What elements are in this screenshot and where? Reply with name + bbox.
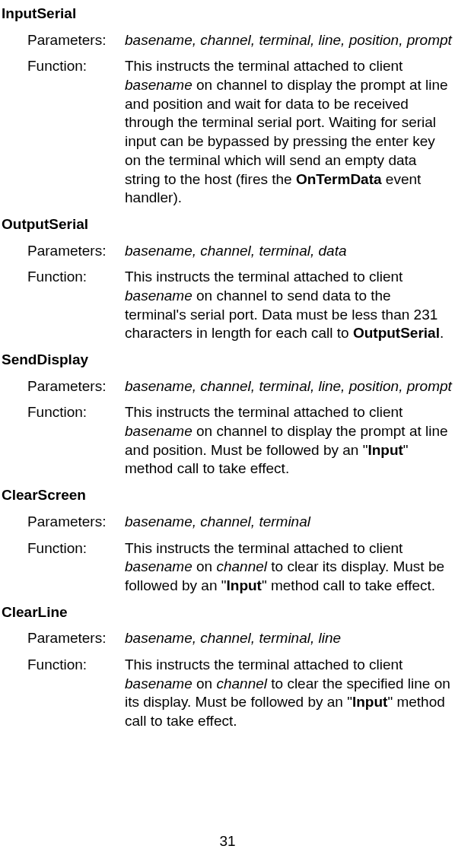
- parameters-row: Parameters: basename, channel, terminal,…: [27, 629, 455, 648]
- function-row: Function: This instructs the terminal at…: [27, 656, 455, 731]
- function-value: This instructs the terminal attached to …: [125, 403, 455, 479]
- function-label: Function:: [27, 403, 125, 422]
- italic-text: channel: [216, 558, 267, 574]
- parameters-label: Parameters:: [27, 242, 125, 261]
- method-body: Parameters: basename, channel, terminal …: [27, 513, 455, 596]
- parameters-value: basename, channel, terminal, data: [125, 242, 455, 261]
- method-title: SendDisplay: [2, 351, 455, 370]
- function-row: Function: This instructs the terminal at…: [27, 403, 455, 479]
- parameters-label: Parameters:: [27, 513, 125, 532]
- italic-text: basename: [125, 558, 192, 574]
- parameters-label: Parameters:: [27, 629, 125, 648]
- function-row: Function: This instructs the terminal at…: [27, 539, 455, 596]
- parameters-value: basename, channel, terminal, line, posit…: [125, 377, 455, 396]
- bold-text: Input: [227, 577, 262, 593]
- function-row: Function: This instructs the terminal at…: [27, 268, 455, 343]
- method-clearscreen: ClearScreen Parameters: basename, channe…: [0, 486, 455, 595]
- parameters-row: Parameters: basename, channel, terminal,…: [27, 377, 455, 396]
- function-value: This instructs the terminal attached to …: [125, 539, 455, 596]
- function-value: This instructs the terminal attached to …: [125, 268, 455, 343]
- method-title: ClearScreen: [2, 486, 455, 505]
- method-body: Parameters: basename, channel, terminal,…: [27, 629, 455, 730]
- document-content: InputSerial Parameters: basename, channe…: [0, 0, 455, 731]
- function-row: Function: This instructs the terminal at…: [27, 57, 455, 208]
- method-title: InputSerial: [2, 5, 455, 24]
- bold-text: OutputSerial: [353, 325, 440, 341]
- function-value: This instructs the terminal attached to …: [125, 656, 455, 731]
- page-number: 31: [0, 832, 455, 851]
- function-label: Function:: [27, 57, 125, 76]
- method-body: Parameters: basename, channel, terminal,…: [27, 242, 455, 343]
- italic-text: basename: [125, 423, 192, 439]
- italic-text: basename: [125, 676, 192, 692]
- parameters-label: Parameters:: [27, 31, 125, 50]
- italic-text: basename: [125, 288, 192, 304]
- parameters-value: basename, channel, terminal, line: [125, 629, 455, 648]
- bold-text: Input: [368, 442, 402, 458]
- method-clearline: ClearLine Parameters: basename, channel,…: [0, 603, 455, 731]
- method-title: OutputSerial: [2, 215, 455, 234]
- function-label: Function:: [27, 268, 125, 287]
- bold-text: OnTermData: [296, 171, 382, 187]
- italic-text: channel: [216, 676, 267, 692]
- parameters-row: Parameters: basename, channel, terminal,…: [27, 31, 455, 50]
- method-body: Parameters: basename, channel, terminal,…: [27, 31, 455, 208]
- method-title: ClearLine: [2, 603, 455, 622]
- function-label: Function:: [27, 656, 125, 675]
- method-body: Parameters: basename, channel, terminal,…: [27, 377, 455, 479]
- parameters-label: Parameters:: [27, 377, 125, 396]
- italic-text: basename: [125, 77, 192, 93]
- parameters-value: basename, channel, terminal: [125, 513, 455, 532]
- parameters-row: Parameters: basename, channel, terminal: [27, 513, 455, 532]
- bold-text: Input: [352, 694, 387, 710]
- function-value: This instructs the terminal attached to …: [125, 57, 455, 208]
- parameters-row: Parameters: basename, channel, terminal,…: [27, 242, 455, 261]
- method-inputserial: InputSerial Parameters: basename, channe…: [0, 5, 455, 208]
- method-senddisplay: SendDisplay Parameters: basename, channe…: [0, 351, 455, 479]
- parameters-value: basename, channel, terminal, line, posit…: [125, 31, 455, 50]
- function-label: Function:: [27, 539, 125, 558]
- method-outputserial: OutputSerial Parameters: basename, chann…: [0, 215, 455, 343]
